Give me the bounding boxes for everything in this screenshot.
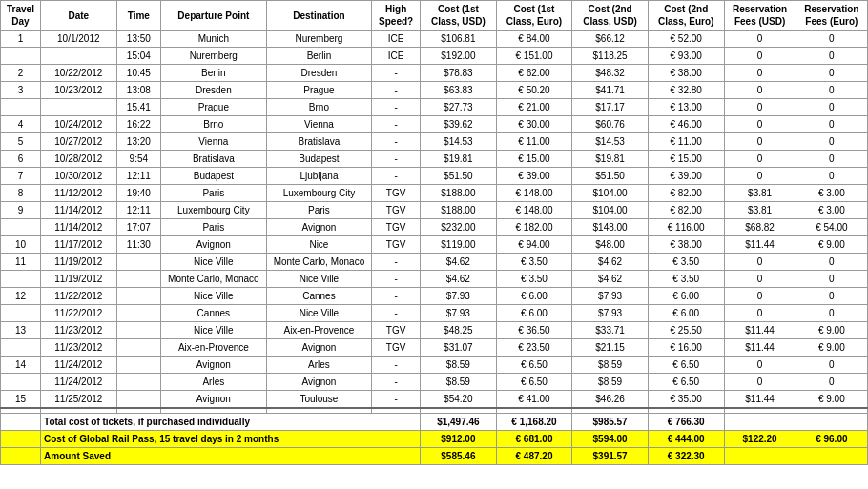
cell-reur: 0 bbox=[796, 305, 867, 322]
cell-reur: 0 bbox=[796, 65, 867, 82]
cell-reur: 0 bbox=[796, 288, 867, 305]
cell-rusd: 0 bbox=[724, 133, 796, 151]
cell-rusd: 0 bbox=[724, 48, 796, 65]
cell-departure: Avignon bbox=[161, 236, 267, 254]
cell-rusd: 0 bbox=[724, 305, 796, 322]
cell-day: 7 bbox=[1, 168, 41, 185]
cell-highspeed: ICE bbox=[372, 48, 421, 65]
header-travel-day: Travel Day bbox=[1, 1, 41, 31]
cell-date: 10/1/2012 bbox=[41, 31, 117, 48]
cell-c1usd: $8.59 bbox=[421, 374, 497, 391]
cell-destination: Ljubljana bbox=[266, 168, 372, 185]
cell-departure: Avignon bbox=[161, 357, 267, 374]
cell-highspeed: - bbox=[372, 99, 421, 116]
cell-c2usd: $21.15 bbox=[572, 339, 649, 357]
header-departure: Departure Point bbox=[161, 1, 267, 31]
cell-departure: Dresden bbox=[161, 82, 267, 99]
cell-highspeed: - bbox=[372, 288, 421, 305]
globalpass-cell: € 96.00 bbox=[796, 431, 867, 448]
cell-c1eur: € 6.50 bbox=[496, 374, 572, 391]
table-row: 110/1/201213:50MunichNurembergICE$106.81… bbox=[1, 31, 868, 48]
cell-highspeed: - bbox=[372, 305, 421, 322]
cell-date: 11/25/2012 bbox=[41, 391, 117, 409]
cell-day: 8 bbox=[1, 185, 41, 202]
cell-c2usd: $48.00 bbox=[572, 236, 649, 254]
cell-c2eur: € 6.00 bbox=[648, 288, 724, 305]
cell-c1usd: $188.00 bbox=[421, 202, 497, 219]
header-cost1eur: Cost (1st Class, Euro) bbox=[496, 1, 572, 31]
cell-destination: Avignon bbox=[266, 374, 372, 391]
total-cell: € 1,168.20 bbox=[496, 414, 572, 431]
table-row: 15:04NurembergBerlinICE$192.00€ 151.00$1… bbox=[1, 48, 868, 65]
cell-day: 9 bbox=[1, 202, 41, 219]
cell-c2usd: $48.32 bbox=[572, 65, 649, 82]
table-row: 1511/25/2012AvignonToulouse-$54.20€ 41.0… bbox=[1, 391, 868, 409]
total-cell bbox=[1, 414, 41, 431]
table-row: 1011/17/201211:30AvignonNiceTGV$119.00€ … bbox=[1, 236, 868, 254]
cell-departure: Budapest bbox=[161, 168, 267, 185]
cell-c2usd: $148.00 bbox=[572, 219, 649, 236]
cell-c1usd: $27.73 bbox=[421, 99, 497, 116]
cell-highspeed: - bbox=[372, 254, 421, 271]
cell-departure: Arles bbox=[161, 374, 267, 391]
cell-c2usd: $8.59 bbox=[572, 357, 649, 374]
cell-date: 11/24/2012 bbox=[41, 374, 117, 391]
cell-c1eur: € 11.00 bbox=[496, 133, 572, 151]
globalpass-cell: Cost of Global Rail Pass, 15 travel days… bbox=[41, 431, 421, 448]
cell-destination: Arles bbox=[266, 357, 372, 374]
cell-c2usd: $46.26 bbox=[572, 391, 649, 409]
cell-c2usd: $4.62 bbox=[572, 271, 649, 288]
cell-c1usd: $4.62 bbox=[421, 271, 497, 288]
cell-reur: € 54.00 bbox=[796, 219, 867, 236]
cell-reur: 0 bbox=[796, 82, 867, 99]
cell-departure: Vienna bbox=[161, 133, 267, 151]
cell-highspeed: TGV bbox=[372, 236, 421, 254]
cell-c2eur: € 38.00 bbox=[648, 65, 724, 82]
cell-reur: 0 bbox=[796, 31, 867, 48]
globalpass-row: Cost of Global Rail Pass, 15 travel days… bbox=[1, 431, 868, 448]
cell-departure: Nice Ville bbox=[161, 288, 267, 305]
table-row: 510/27/201213:20ViennaBratislava-$14.53€… bbox=[1, 133, 868, 151]
cell-destination: Luxembourg City bbox=[266, 185, 372, 202]
cell-time: 17:07 bbox=[116, 219, 160, 236]
cell-time bbox=[116, 288, 160, 305]
cell-reur: 0 bbox=[796, 48, 867, 65]
cell-highspeed: - bbox=[372, 151, 421, 168]
cell-date: 11/19/2012 bbox=[41, 271, 117, 288]
cell-highspeed: - bbox=[372, 65, 421, 82]
cell-c1eur: € 15.00 bbox=[496, 151, 572, 168]
cell-highspeed: TGV bbox=[372, 219, 421, 236]
cell-destination: Avignon bbox=[266, 219, 372, 236]
table-row: 811/12/201219:40ParisLuxembourg CityTGV$… bbox=[1, 185, 868, 202]
cell-c1usd: $39.62 bbox=[421, 116, 497, 133]
cell-c2usd: $104.00 bbox=[572, 202, 649, 219]
cell-day bbox=[1, 99, 41, 116]
cell-rusd: $3.81 bbox=[724, 185, 796, 202]
cell-time: 15:04 bbox=[116, 48, 160, 65]
cell-day: 12 bbox=[1, 288, 41, 305]
header-destination: Destination bbox=[266, 1, 372, 31]
cell-c2usd: $66.12 bbox=[572, 31, 649, 48]
cell-time: 13:20 bbox=[116, 133, 160, 151]
cell-highspeed: TGV bbox=[372, 322, 421, 339]
cell-reur: 0 bbox=[796, 99, 867, 116]
cell-time bbox=[116, 322, 160, 339]
cell-c2eur: € 39.00 bbox=[648, 168, 724, 185]
cell-c1eur: € 50.20 bbox=[496, 82, 572, 99]
cell-c1usd: $14.53 bbox=[421, 133, 497, 151]
cell-date bbox=[41, 99, 117, 116]
cell-time bbox=[116, 374, 160, 391]
cell-rusd: 0 bbox=[724, 82, 796, 99]
cell-c1usd: $8.59 bbox=[421, 357, 497, 374]
cell-time bbox=[116, 339, 160, 357]
cell-reur: € 3.00 bbox=[796, 202, 867, 219]
cell-destination: Cannes bbox=[266, 288, 372, 305]
cell-c2usd: $7.93 bbox=[572, 288, 649, 305]
cell-c2eur: € 16.00 bbox=[648, 339, 724, 357]
cell-rusd: $68.82 bbox=[724, 219, 796, 236]
cell-highspeed: - bbox=[372, 82, 421, 99]
cell-rusd: $11.44 bbox=[724, 236, 796, 254]
cell-rusd: 0 bbox=[724, 288, 796, 305]
cell-c1eur: € 3.50 bbox=[496, 254, 572, 271]
cell-destination: Dresden bbox=[266, 65, 372, 82]
